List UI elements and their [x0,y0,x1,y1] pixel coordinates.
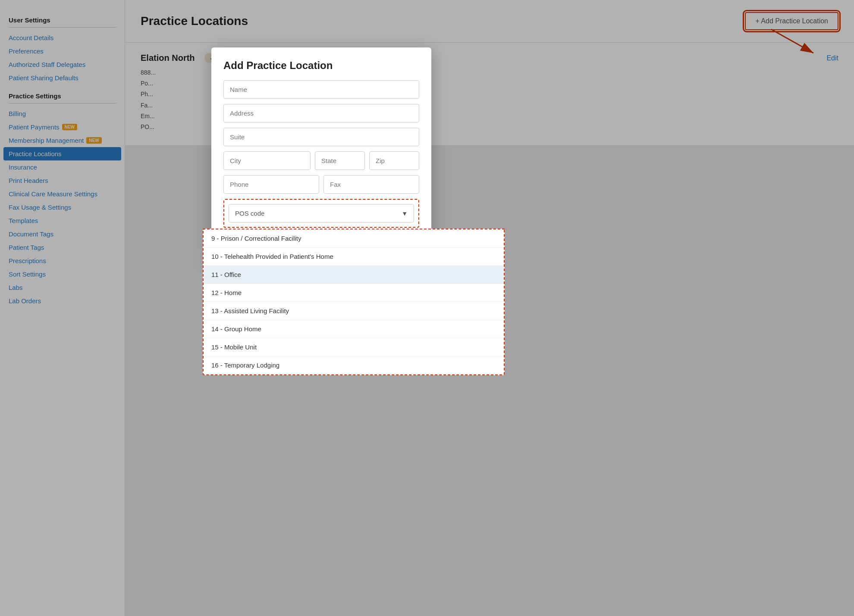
pos-label: POS code [235,210,264,217]
phone-fax-row [223,175,419,194]
city-state-zip-row [223,151,419,170]
state-input[interactable] [315,151,365,170]
phone-input[interactable] [223,175,319,194]
dropdown-item-16[interactable]: 16 - Temporary Lodging [204,356,504,374]
dropdown-item-9[interactable]: 9 - Prison / Correctional Facility [204,229,504,248]
dropdown-item-14[interactable]: 14 - Group Home [204,320,504,338]
chevron-down-icon: ▼ [402,210,408,217]
dropdown-item-12[interactable]: 12 - Home [204,284,504,302]
suite-input[interactable] [223,128,419,146]
dropdown-item-13[interactable]: 13 - Assisted Living Facility [204,302,504,320]
zip-input[interactable] [369,151,419,170]
main-content: Practice Locations + Add Practice Locati… [125,0,854,616]
modal-title: Add Practice Location [223,60,419,72]
pos-section: POS code ▼ [223,199,419,228]
pos-dropdown-list: 9 - Prison / Correctional Facility10 - T… [203,229,505,375]
name-input[interactable] [223,80,419,99]
fax-input[interactable] [323,175,419,194]
pos-dropdown[interactable]: POS code ▼ [229,204,414,223]
address-input[interactable] [223,104,419,123]
dropdown-item-15[interactable]: 15 - Mobile Unit [204,338,504,356]
dropdown-item-11[interactable]: 11 - Office [204,266,504,284]
dropdown-items-list: 9 - Prison / Correctional Facility10 - T… [204,229,504,374]
city-input[interactable] [223,151,311,170]
dropdown-item-10[interactable]: 10 - Telehealth Provided in Patient's Ho… [204,248,504,266]
